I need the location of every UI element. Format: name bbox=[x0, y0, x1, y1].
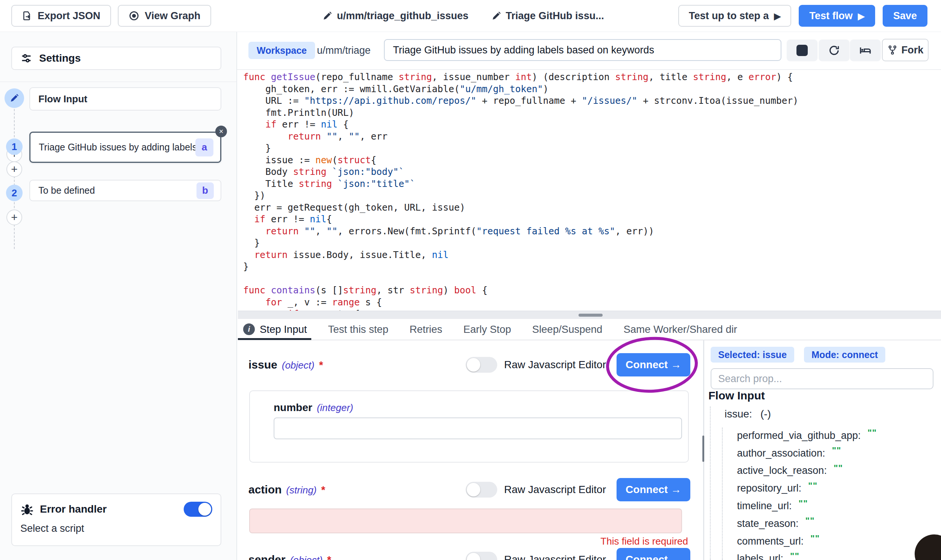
tab-test-this-step[interactable]: Test this step bbox=[328, 318, 389, 340]
number-input[interactable] bbox=[274, 417, 682, 439]
refresh-button[interactable] bbox=[819, 40, 850, 61]
splitter-handle[interactable] bbox=[578, 314, 603, 317]
prop-value: "" bbox=[790, 551, 799, 560]
connect-button-issue[interactable]: Connect → bbox=[617, 353, 690, 377]
prop-row[interactable]: repository_url:"" bbox=[737, 480, 941, 497]
code-editor[interactable]: func getIssue(repo_fullname string, issu… bbox=[238, 69, 941, 311]
field-name: sender bbox=[248, 553, 285, 560]
code-line: if err != nil { bbox=[243, 118, 941, 131]
add-step-button[interactable]: + bbox=[6, 162, 22, 177]
script-path-label: u/mm/triage_github_issues bbox=[337, 10, 469, 22]
stop-button[interactable] bbox=[787, 40, 818, 61]
plus-icon: + bbox=[11, 211, 18, 224]
tree-indent-guide bbox=[722, 428, 723, 560]
raw-js-toggle[interactable] bbox=[466, 482, 497, 498]
required-asterisk: * bbox=[319, 359, 323, 371]
tab-label: Step Input bbox=[260, 323, 307, 335]
delete-step-button[interactable]: × bbox=[215, 126, 227, 137]
test-up-to-step-button[interactable]: Test up to step a ▶ bbox=[678, 5, 791, 27]
tab-sleep-suspend[interactable]: Sleep/Suspend bbox=[532, 318, 603, 340]
test-flow-button[interactable]: Test flow ▶ bbox=[799, 5, 875, 27]
connect-status-badges: Selected: issue Mode: connect bbox=[711, 347, 885, 363]
tab-step-input[interactable]: i Step Input bbox=[243, 318, 307, 340]
prop-key: state_reason: bbox=[737, 518, 799, 529]
code-line: gh_token, err := wmill.GetVariable("u/mm… bbox=[243, 83, 941, 95]
search-prop-input[interactable] bbox=[711, 368, 933, 389]
tab-label: Test this step bbox=[328, 323, 389, 335]
step-1-label: Triage GitHub issues by adding labels ..… bbox=[39, 142, 195, 153]
code-line: return "", "", errors.New(fmt.Sprintf("r… bbox=[243, 225, 941, 237]
horizontal-splitter[interactable] bbox=[238, 311, 941, 319]
connect-button-sender[interactable]: Connect → bbox=[617, 548, 690, 560]
flow-summary-input[interactable] bbox=[384, 39, 781, 61]
field-label: sender (object) * bbox=[248, 553, 331, 560]
flow-input-node[interactable]: Flow Input bbox=[29, 87, 221, 111]
breadcrumb-flow-title[interactable]: Triage GitHub issu... bbox=[491, 10, 604, 22]
code-line: return "", "", err bbox=[243, 131, 941, 143]
prop-key: repository_url: bbox=[737, 483, 801, 494]
save-label: Save bbox=[893, 10, 917, 22]
prop-node-issue[interactable]: issue: (-) bbox=[725, 405, 771, 423]
raw-js-toggle[interactable] bbox=[466, 552, 497, 560]
selected-badge: Selected: issue bbox=[711, 347, 794, 363]
prop-value: (-) bbox=[761, 408, 771, 420]
prop-row[interactable]: comments_url:"" bbox=[737, 532, 941, 550]
step-node-1[interactable]: Triage GitHub issues by adding labels ..… bbox=[29, 132, 221, 163]
refresh-icon bbox=[828, 45, 840, 56]
connect-panel: Selected: issue Mode: connect Flow Input… bbox=[704, 340, 941, 560]
stop-icon bbox=[796, 45, 808, 56]
toggle-knob bbox=[198, 503, 211, 515]
issue-object-card: number (integer) bbox=[249, 391, 689, 463]
step-input-panel: issue (object) * Raw Javascript Editor C… bbox=[238, 340, 703, 560]
prop-key: issue: bbox=[725, 408, 752, 420]
prop-row[interactable]: author_association:"" bbox=[737, 445, 941, 462]
field-row-issue: issue (object) * Raw Javascript Editor C… bbox=[248, 353, 690, 377]
prop-key: labels_url: bbox=[737, 553, 783, 560]
toggle-knob bbox=[467, 553, 480, 560]
breadcrumb-script-path[interactable]: u/mm/triage_github_issues bbox=[322, 10, 469, 22]
prop-row[interactable]: state_reason:"" bbox=[737, 515, 941, 532]
step-tabs: i Step Input Test this step Retries Earl… bbox=[238, 319, 941, 340]
tab-retries[interactable]: Retries bbox=[410, 318, 442, 340]
toolbar-right-group: Test up to step a ▶ Test flow ▶ Save bbox=[678, 5, 927, 27]
connect-button-action[interactable]: Connect → bbox=[617, 478, 690, 502]
error-handler-card[interactable]: Error handler Select a script bbox=[11, 494, 221, 546]
save-button[interactable]: Save bbox=[882, 5, 927, 27]
code-line: fmt.Println(URL) bbox=[243, 107, 941, 119]
prop-row[interactable]: performed_via_github_app:"" bbox=[737, 427, 941, 445]
step-node-2[interactable]: To be defined b bbox=[29, 180, 221, 201]
error-handler-toggle[interactable] bbox=[184, 502, 212, 517]
field-label: action (string) * bbox=[248, 483, 325, 496]
sleep-button[interactable] bbox=[850, 40, 881, 61]
raw-js-label: Raw Javascript Editor bbox=[504, 359, 606, 371]
code-line: URL := "https://api.github.com/repos/" +… bbox=[243, 95, 941, 107]
field-name: issue bbox=[248, 358, 278, 371]
prop-value: "" bbox=[808, 481, 818, 491]
code-line: } bbox=[243, 261, 941, 273]
prop-row[interactable]: active_lock_reason:"" bbox=[737, 462, 941, 480]
code-line: func contains(s []string, str string) bo… bbox=[243, 284, 941, 296]
export-json-label: Export JSON bbox=[38, 10, 100, 22]
prop-row[interactable]: labels_url:"" bbox=[737, 550, 941, 560]
prop-key: timeline_url: bbox=[737, 500, 792, 512]
settings-button[interactable]: Settings bbox=[11, 47, 221, 70]
code-line: func getIssue(repo_fullname string, issu… bbox=[243, 71, 941, 83]
play-icon: ▶ bbox=[858, 12, 865, 21]
eye-icon bbox=[128, 10, 140, 22]
add-step-button[interactable]: + bbox=[6, 209, 22, 225]
tree-indent-guide bbox=[710, 406, 711, 560]
prop-row[interactable]: timeline_url:"" bbox=[737, 497, 941, 515]
flow-path-label: u/mm/triage bbox=[317, 32, 371, 69]
view-graph-button[interactable]: View Graph bbox=[118, 5, 211, 27]
step-number-2: 2 bbox=[6, 185, 23, 201]
error-handler-subtitle: Select a script bbox=[20, 523, 212, 534]
raw-js-toggle[interactable] bbox=[466, 357, 497, 373]
field-label: issue (object) * bbox=[248, 358, 323, 371]
tab-same-worker[interactable]: Same Worker/Shared dir bbox=[623, 318, 737, 340]
action-input-invalid[interactable] bbox=[249, 508, 682, 533]
fork-button[interactable]: Fork bbox=[882, 39, 929, 61]
tab-early-stop[interactable]: Early Stop bbox=[463, 318, 511, 340]
pencil-icon bbox=[491, 11, 501, 21]
breadcrumb: u/mm/triage_github_issues Triage GitHub … bbox=[322, 0, 604, 32]
export-json-button[interactable]: Export JSON bbox=[11, 5, 111, 27]
